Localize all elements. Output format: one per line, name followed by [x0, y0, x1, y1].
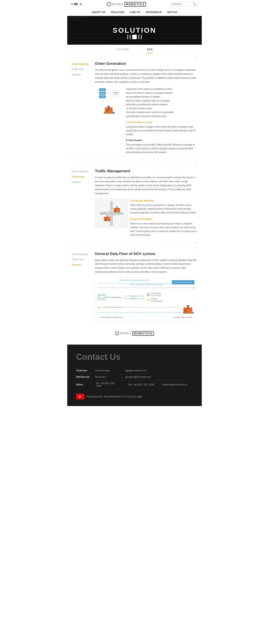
- nav-notice[interactable]: NOTICE: [167, 11, 177, 14]
- contact-divider-4: |: [158, 383, 158, 386]
- header: ✕ R RUSSELL ROBOTICS 🔍: [67, 0, 202, 8]
- contact-name-chairman: Cho bao keun: [95, 369, 119, 372]
- sidebar-1: Order Handling Traffic Flow Interface: [72, 62, 92, 154]
- hero-banner: '); opacity:0.8;"> SOLUTION: [67, 16, 202, 45]
- sidebar-item-traffic-3[interactable]: Traffic Flow: [72, 258, 92, 261]
- main-content: AGV/AMR ACS ‹ › Order Handling Traffic F…: [67, 45, 202, 344]
- footer-logo-robotics: ROBOTICS: [132, 331, 154, 336]
- traffic-sub1-label: Driving path allocation: [130, 199, 197, 203]
- search-icon[interactable]: 🔍: [193, 3, 196, 6]
- contact-email-pm: geonkim@erussell.co.kr: [125, 376, 151, 378]
- nav-lineup[interactable]: LINE UP: [130, 11, 140, 14]
- search-input[interactable]: [172, 3, 192, 6]
- traffic-sub1-text: When there is a move command for a vehic…: [130, 203, 197, 214]
- sidebar-item-order-handling-2[interactable]: Order Handling: [72, 170, 92, 173]
- order-right-text: Transports in the system are handled as …: [126, 87, 197, 154]
- flag-kr[interactable]: [79, 3, 83, 6]
- contact-divider-3: |: [124, 383, 124, 386]
- order-diagram: Order Order Order → Push button: [95, 87, 124, 118]
- sidebar-item-interface-2[interactable]: Interface: [72, 181, 92, 183]
- youtube-icon[interactable]: ▶: [76, 394, 84, 400]
- section1-title: Order Generation: [95, 62, 197, 66]
- section-order: ‹ › Order Handling Traffic Flow Interfac…: [67, 54, 202, 158]
- tab-agvamr[interactable]: AGV/AMR: [116, 48, 129, 53]
- lang-flags[interactable]: ✕: [71, 3, 83, 6]
- svg-rect-23: [99, 296, 104, 298]
- contact-section: Contact Us Chairman Cho bao keun | bgjo@…: [67, 344, 202, 406]
- nav-about[interactable]: ABOUT US: [92, 11, 105, 14]
- svg-rect-19: [118, 211, 120, 212]
- sidebar-item-order-handling-3[interactable]: Order Handling: [72, 253, 92, 256]
- youtube-row[interactable]: ▶ Please find the 'Russell Robotics' on …: [76, 394, 193, 400]
- next-arrow-2[interactable]: ›: [196, 163, 197, 167]
- contact-divider-2: |: [122, 376, 122, 378]
- svg-rect-24: [101, 299, 102, 299]
- contact-row-office: Office Tel. +82 032. 555. 1268 | Fax. +8…: [76, 380, 193, 389]
- traffic-sub2-label: Deadlock Resolution: [130, 217, 197, 221]
- sidebar-item-order-handling-1[interactable]: Order Handling: [72, 62, 92, 65]
- nav-solution[interactable]: SOLUTION: [111, 11, 124, 14]
- contact-fax-office: Fax. +82 032. 232. 1268: [128, 383, 154, 386]
- section2-title: Traffic Management: [95, 169, 197, 174]
- section-interface: ‹ › Order Handling Traffic Flow Interfac…: [67, 244, 202, 326]
- logo-circle: R: [107, 2, 111, 6]
- logo-robotics: ROBOTICS: [124, 2, 146, 7]
- contact-divider-1: |: [122, 369, 122, 372]
- section3-intro: Below figure shows the data flow between…: [95, 258, 197, 274]
- youtube-text: Please find the 'Russell Robotics' on Yo…: [87, 395, 142, 398]
- section1-intro: The Natural Navigation uses measurements…: [95, 68, 197, 84]
- sidebar-item-traffic-2[interactable]: Traffic Flow: [72, 176, 92, 178]
- footer-logo-circle: R: [115, 331, 119, 335]
- tabs-row: AGV/AMR ACS: [67, 45, 202, 54]
- flag-us[interactable]: [74, 3, 78, 6]
- svg-rect-14: [108, 220, 110, 222]
- footer-logo-area: R RUSSELL ROBOTICS: [67, 326, 202, 340]
- next-arrow-3[interactable]: ›: [196, 246, 197, 250]
- svg-rect-28: [192, 312, 194, 314]
- section2-content: Traffic Management In order to make the …: [95, 169, 197, 237]
- agv-image: [102, 104, 117, 116]
- traffic-sub2-text: When two or more vehicles are blocking e…: [130, 222, 197, 237]
- logo-russell: RUSSELL: [112, 3, 124, 6]
- section1-content: Order Generation The Natural Navigation …: [95, 62, 197, 154]
- sub1-text: pushing the button or trigger of the sen…: [126, 125, 197, 136]
- contact-label-chairman: Chairman: [76, 369, 95, 372]
- sub2-text: The host system such as MES, WMS and ERP…: [126, 143, 197, 154]
- sidebar-3: Order Handling Traffic Flow Interface: [72, 252, 92, 321]
- svg-rect-13: [104, 220, 106, 222]
- contact-label-pm: PM Director: [76, 376, 95, 378]
- sidebar-item-traffic-1[interactable]: Traffic Flow: [72, 68, 92, 70]
- nav-reference[interactable]: REFERENCE: [146, 11, 162, 14]
- main-nav: ABOUT US SOLUTION LINE UP REFERENCE NOTI…: [67, 8, 202, 16]
- sidebar-item-interface-1[interactable]: Interface: [72, 73, 92, 76]
- search-box[interactable]: 🔍: [170, 2, 198, 7]
- contact-name-pm: Geon Kim: [95, 376, 119, 378]
- sidebar-2: Order Handling Traffic Flow Interface: [72, 169, 92, 237]
- svg-rect-20: [116, 206, 117, 209]
- section-traffic: ‹ › Order Handling Traffic Flow Interfac…: [67, 161, 202, 241]
- hero-title: SOLUTION: [112, 26, 156, 34]
- close-btn[interactable]: ✕: [71, 3, 74, 6]
- sub2-label: B. Host System: [126, 138, 197, 142]
- contact-row-pm: PM Director Geon Kim | geonkim@erussell.…: [76, 374, 193, 380]
- svg-rect-2: [104, 112, 106, 114]
- svg-rect-30: [187, 305, 189, 306]
- contact-title: Contact Us: [76, 352, 193, 362]
- tab-acs[interactable]: ACS: [147, 48, 153, 53]
- svg-rect-15: [107, 215, 108, 218]
- contact-row-chairman: Chairman Cho bao keun | bgjo@erussell.co…: [76, 367, 193, 374]
- contact-label-office: Office: [76, 383, 95, 386]
- contact-email2-office: robotics@erussell.co.kr: [162, 383, 187, 386]
- next-arrow-1[interactable]: ›: [196, 55, 197, 59]
- svg-rect-3: [112, 112, 115, 114]
- traffic-right-text: Driving path allocation When there is a …: [130, 199, 197, 237]
- svg-text:←: ←: [114, 214, 116, 216]
- sidebar-item-interface-3[interactable]: Interface: [72, 264, 92, 266]
- svg-rect-27: [183, 312, 185, 314]
- section3-content: General Data Flow of AGV system Below fi…: [95, 252, 197, 321]
- contact-email-chairman: bgjo@erussell.co.kr: [125, 369, 147, 372]
- logo: R RUSSELL ROBOTICS: [107, 2, 146, 7]
- divider-1: [67, 160, 202, 160]
- footer-logo-russell: RUSSELL: [120, 332, 132, 334]
- contact-phone-office: Tel. +82 032. 555. 1268: [96, 382, 120, 387]
